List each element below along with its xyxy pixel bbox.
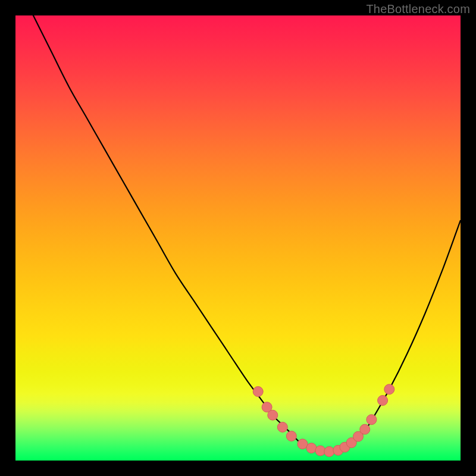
curve-marker-dot [306, 443, 317, 453]
curve-marker-dot [378, 396, 388, 406]
plot-area [15, 15, 461, 461]
curve-marker-dot [268, 410, 278, 420]
chart-stage: TheBottleneck.com [0, 0, 476, 476]
curve-marker-dot [367, 415, 377, 425]
curve-marker-dot [315, 446, 325, 456]
curve-marker-dot [277, 422, 287, 432]
bottleneck-curve [15, 0, 461, 452]
curve-marker-dot [324, 447, 334, 457]
curve-marker-dot [253, 387, 263, 397]
curve-markers [253, 384, 394, 457]
watermark-text: TheBottleneck.com [366, 2, 470, 16]
chart-svg [15, 15, 461, 461]
curve-marker-dot [360, 424, 370, 434]
curve-marker-dot [286, 431, 296, 441]
curve-marker-dot [384, 384, 394, 394]
